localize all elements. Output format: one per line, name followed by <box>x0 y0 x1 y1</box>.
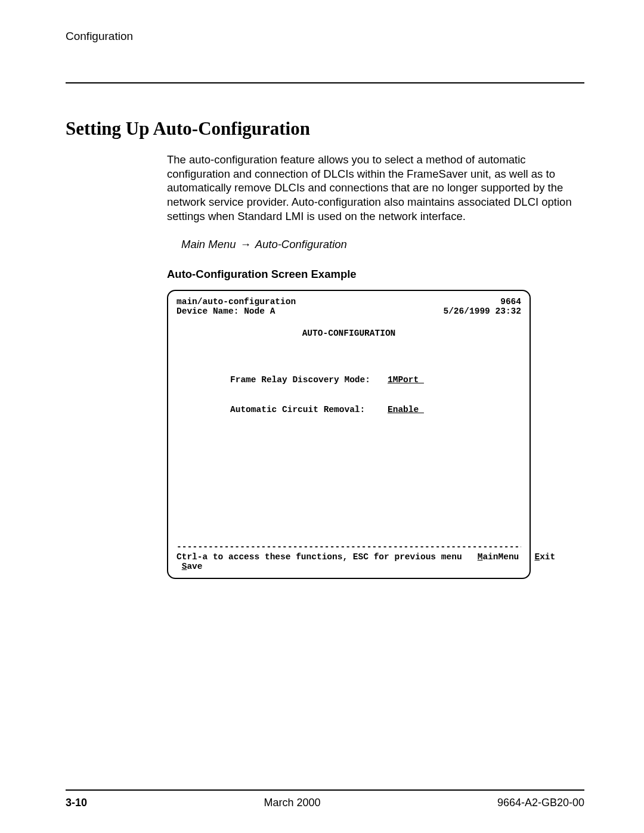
terminal-hint: Ctrl-a to access these functions, ESC fo… <box>177 552 462 562</box>
page-footer: 3-10 March 2000 9664-A2-GB20-00 <box>66 789 584 809</box>
running-header-text: Configuration <box>66 30 133 42</box>
arrow-icon: → <box>239 238 253 250</box>
terminal-fields: Frame Relay Discovery Mode: 1MPort Autom… <box>230 355 521 435</box>
terminal-title: AUTO-CONFIGURATION <box>177 329 521 339</box>
terminal-device: Device Name: Node A <box>177 306 275 317</box>
field-row-discovery: Frame Relay Discovery Mode: 1MPort <box>230 375 521 385</box>
terminal-divider: ----------------------------------------… <box>177 542 521 552</box>
page-number: 3-10 <box>66 797 87 809</box>
running-header: Configuration <box>66 30 584 47</box>
save-button[interactable]: Save <box>177 562 521 572</box>
field-row-removal: Automatic Circuit Removal: Enable <box>230 405 521 415</box>
document-id: 9664-A2-GB20-00 <box>497 797 584 809</box>
terminal-screen: main/auto-configuration 9664 Device Name… <box>167 290 531 579</box>
terminal-path: main/auto-configuration <box>177 297 296 307</box>
menu-path: Main Menu → Auto-Configuration <box>181 237 584 252</box>
menu-path-left: Main Menu <box>181 238 236 250</box>
field-label: Frame Relay Discovery Mode: <box>230 375 388 385</box>
body-column: The auto-configuration feature allows yo… <box>167 153 584 579</box>
terminal-footer-row: Ctrl-a to access these functions, ESC fo… <box>177 552 521 562</box>
page: Configuration Setting Up Auto-Configurat… <box>0 0 644 833</box>
section-title: Setting Up Auto-Configuration <box>66 118 584 140</box>
terminal-datetime: 5/26/1999 23:32 <box>443 306 521 317</box>
exit-button[interactable]: Exit <box>519 552 555 562</box>
terminal-model: 9664 <box>500 297 521 307</box>
menu-path-right: Auto-Configuration <box>255 238 347 250</box>
footer-date: March 2000 <box>264 797 320 809</box>
mainmenu-button[interactable]: MainMenu <box>462 552 519 562</box>
example-caption: Auto-Configuration Screen Example <box>167 267 584 281</box>
terminal-header-row-2: Device Name: Node A 5/26/1999 23:32 <box>177 306 521 317</box>
field-value-removal[interactable]: Enable <box>388 405 424 415</box>
intro-paragraph: The auto-configuration feature allows yo… <box>167 153 584 223</box>
terminal-blank-area <box>177 435 521 542</box>
terminal-header-row-1: main/auto-configuration 9664 <box>177 297 521 307</box>
field-value-discovery[interactable]: 1MPort <box>388 375 424 385</box>
field-label: Automatic Circuit Removal: <box>230 405 388 415</box>
